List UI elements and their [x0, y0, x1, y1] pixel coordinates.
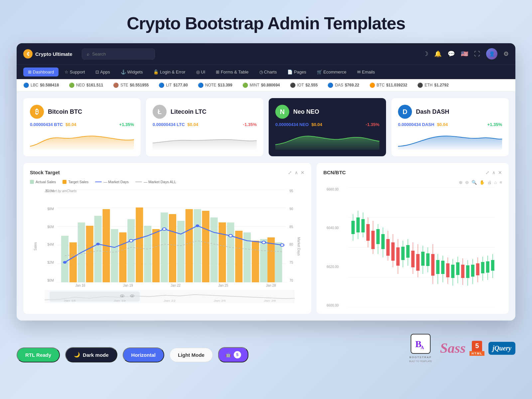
svg-point-34	[96, 243, 100, 245]
dash-amount: 0.00000434 DASH	[398, 122, 434, 127]
stock-chart-card: Stock Target ⤢ ∧ ✕ Actual Sales Target S…	[23, 163, 311, 314]
svg-rect-59	[356, 217, 360, 232]
svg-text:Jan 28: Jan 28	[264, 299, 276, 302]
bootstrap-subtext: BUILT TO TEMPLATE	[409, 360, 432, 362]
nav-support[interactable]: ☆ Support	[60, 67, 89, 76]
avatar[interactable]: 👤	[486, 48, 497, 60]
expand-icon-2[interactable]: ⤢	[485, 170, 489, 175]
tech-logos: B A BOOTSTRAP BUILT TO TEMPLATE Sass 5 H…	[409, 334, 515, 362]
search-box[interactable]: ⌕	[82, 49, 155, 60]
svg-rect-99	[456, 262, 460, 275]
light-mode-badge[interactable]: Light Mode	[170, 348, 213, 362]
svg-rect-16	[227, 222, 234, 282]
ltc-amount: 0.00000434 LTC	[153, 122, 185, 127]
bootstrap-icon: B A	[411, 334, 431, 354]
charts-row: Stock Target ⤢ ∧ ✕ Actual Sales Target S…	[23, 163, 509, 314]
dash-change: +1.35%	[487, 122, 502, 127]
ticker-item: ⚫ ETH $1.2792	[417, 82, 449, 88]
ticker-item: 🟤 STE $0.551955	[113, 82, 149, 88]
html-text: HTML	[469, 351, 484, 356]
sass-logo: Sass	[440, 340, 466, 356]
pan-icon[interactable]: ✋	[479, 180, 485, 185]
btc-logo: ₿	[30, 105, 44, 119]
settings-icon[interactable]: ⚙	[503, 50, 509, 58]
chart-scrollbar[interactable]: ⦿ ⦿ Jan 16 Jan 19 Jan 22 Jan 25 Jan 28	[45, 290, 295, 303]
svg-rect-91	[436, 260, 440, 274]
bcn-y-axis: 6660.00 6640.00 6620.00 6600.00	[323, 188, 340, 307]
bcn-chart-controls: ⤢ ∧ ✕	[485, 170, 502, 175]
zoom-in-icon[interactable]: ⊕	[459, 180, 463, 185]
flag-icon[interactable]: 🇺🇸	[461, 50, 468, 58]
nav-widgets[interactable]: ⚓ Widgets	[116, 67, 148, 76]
svg-rect-26	[169, 214, 176, 282]
svg-rect-77	[401, 247, 405, 260]
svg-text:Jan 16: Jan 16	[64, 299, 76, 302]
nav-login[interactable]: 🔓 Login & Error	[149, 67, 190, 76]
brand[interactable]: ₵ Crypto Ultimate	[23, 49, 76, 59]
dash-chart	[398, 130, 502, 150]
svg-rect-8	[94, 216, 102, 282]
svg-point-37	[196, 224, 199, 227]
svg-rect-29	[218, 222, 226, 282]
collapse-icon-2[interactable]: ∧	[492, 170, 495, 175]
version-badge[interactable]: 🤖 5	[218, 347, 248, 362]
legend-market-all: — Market Days ALL	[135, 180, 176, 184]
rtl-ready-badge[interactable]: RTL Ready	[17, 347, 60, 362]
expand-icon[interactable]: ⤢	[288, 170, 292, 175]
crypto-card-neo: N Neo NEO 0.00000434 NEO $0.04 -1.35%	[269, 98, 386, 156]
nav-ecommerce[interactable]: 🛒 Ecommerce	[312, 67, 351, 76]
ltc-name: Litecoin LTC	[171, 108, 206, 115]
nav-charts[interactable]: ◷ Charts	[255, 67, 282, 76]
chart-legend: Actual Sales Target Sales — Market Days …	[30, 180, 305, 184]
btc-name: Bitcoin BTC	[48, 108, 82, 115]
page-title: Crypto Bootstrap Admin Templates	[0, 0, 532, 43]
home-icon[interactable]: ⌂	[494, 180, 497, 185]
nav-dashboard[interactable]: ⊞ Dashboard	[23, 67, 59, 76]
candlestick-body	[340, 188, 502, 307]
zoom-out-icon[interactable]: ⊖	[465, 180, 469, 185]
ticker-item: 🟢 MINT $0.880694	[242, 82, 280, 88]
nav-emails[interactable]: ✉ Emails	[352, 67, 380, 76]
ticker-bar: 🔵 LBC $0.588418 🟢 NEO $161.511 🟤 STE $0.…	[17, 79, 515, 91]
collapse-icon[interactable]: ∧	[295, 170, 298, 175]
nav-apps[interactable]: ⊡ Apps	[91, 67, 115, 76]
search-input[interactable]	[92, 52, 150, 57]
ltc-usd: $0.04	[188, 122, 199, 127]
dash-name: Dash DASH	[416, 108, 449, 115]
menu-icon[interactable]: ≡	[499, 180, 502, 185]
horizontal-badge[interactable]: Horizontal	[123, 347, 164, 362]
bcn-chart-card: BCN/BTC ⤢ ∧ ✕ ⊕ ⊖ 🔍 ✋ 🖨 ⌂ ≡	[317, 163, 509, 314]
moon-icon[interactable]: ☽	[423, 50, 428, 58]
svg-rect-103	[466, 265, 469, 278]
svg-rect-13	[177, 221, 185, 282]
ltc-logo: Ł	[153, 105, 167, 119]
btc-chart	[30, 130, 134, 150]
nav-pages[interactable]: 📄 Pages	[283, 67, 311, 76]
svg-rect-12	[161, 212, 168, 282]
svg-rect-31	[252, 241, 259, 282]
btc-amount: 0.00000434 BTC	[30, 122, 63, 127]
svg-rect-24	[136, 207, 143, 282]
svg-rect-27	[186, 209, 193, 282]
svg-rect-9	[111, 229, 118, 282]
svg-rect-14	[194, 209, 201, 282]
zoom-icon[interactable]: 🔍	[471, 180, 477, 185]
svg-text:Jan 22: Jan 22	[164, 299, 176, 302]
svg-rect-113	[491, 260, 494, 271]
nav-ui[interactable]: ◎ UI	[192, 67, 210, 76]
chat-icon[interactable]: 💬	[448, 50, 455, 58]
nav-forms[interactable]: ⊞ Forms & Table	[211, 67, 253, 76]
fullscreen-icon[interactable]: ⛶	[474, 51, 480, 58]
robot-icon: 🤖	[225, 352, 231, 357]
svg-rect-10	[127, 219, 135, 282]
close-icon[interactable]: ✕	[301, 170, 305, 175]
close-icon-2[interactable]: ✕	[498, 170, 502, 175]
bootstrap-text: BOOTSTRAP	[409, 356, 432, 359]
chart-controls: ⤢ ∧ ✕	[288, 170, 305, 175]
bootstrap-logo: B A BOOTSTRAP BUILT TO TEMPLATE	[409, 334, 432, 362]
bell-icon[interactable]: 🔔	[434, 50, 442, 58]
print-icon[interactable]: 🖨	[487, 180, 492, 185]
dark-mode-badge[interactable]: 🌙 Dark mode	[65, 347, 117, 362]
neo-amount: 0.00000434 NEO	[275, 122, 309, 127]
svg-rect-61	[361, 219, 365, 232]
